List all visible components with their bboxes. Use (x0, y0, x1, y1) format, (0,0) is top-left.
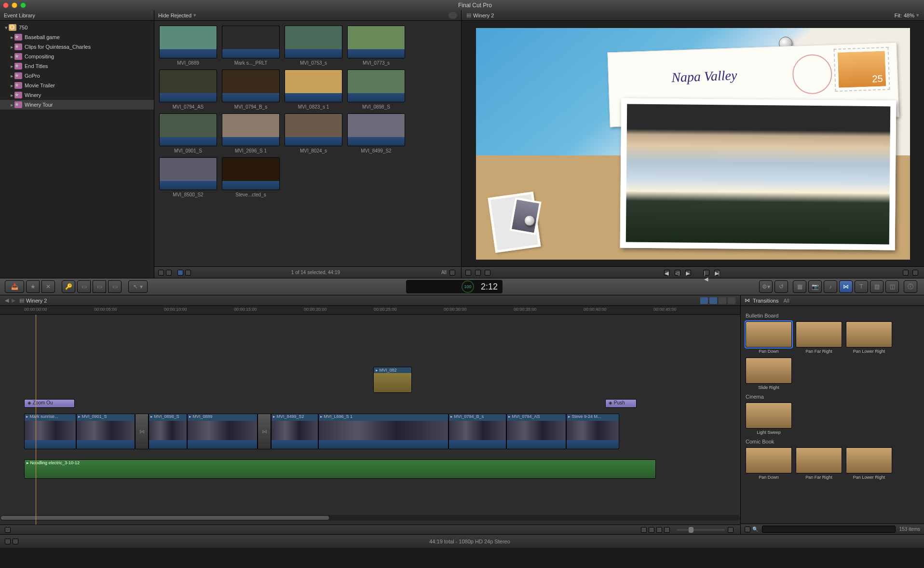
transition-thumbnail[interactable]: Pan Lower Right (846, 321, 892, 354)
enhance-button[interactable]: ↺ (775, 280, 788, 293)
all-toggle-label[interactable]: All (441, 270, 447, 275)
generators-browser-button[interactable]: ▧ (870, 280, 883, 293)
retime-menu-button[interactable]: ⚙︎▾ (759, 280, 773, 293)
snapping-controls[interactable] (700, 297, 735, 304)
transform-tool-button[interactable] (465, 270, 471, 276)
insert-clip-button[interactable]: ▭ (93, 280, 106, 293)
zoom-window-button[interactable] (20, 2, 26, 8)
effects-browser-button[interactable]: ▦ (793, 280, 806, 293)
zoom-slider[interactable] (677, 529, 725, 531)
keyword-button[interactable]: 🔑 (62, 280, 75, 293)
favorite-button[interactable]: ★ (26, 280, 40, 293)
list-view-button[interactable] (185, 270, 191, 276)
clip-thumbnail[interactable]: MVI_0823_s 1 (285, 69, 342, 110)
event-item[interactable]: ▸★Winery Tour (0, 100, 154, 110)
storyline-clip[interactable]: ▸ MVI_8499_S2 (271, 414, 318, 449)
clip-thumbnail[interactable]: MVI_0889 (159, 26, 217, 66)
transition-clip[interactable]: ⋈ (135, 414, 149, 449)
clip-appearance-button[interactable] (449, 270, 455, 276)
gear-icon[interactable] (166, 270, 172, 276)
play-button[interactable]: ▶ (685, 270, 691, 276)
transition-thumbnail[interactable]: Pan Down (746, 447, 792, 480)
close-window-button[interactable] (3, 2, 9, 8)
clip-thumbnail-grid[interactable]: MVI_0889Mark s..._PRLTMVI_0753_sMVI_0773… (154, 21, 461, 266)
share-button[interactable] (5, 539, 11, 544)
import-media-button[interactable]: 📥 (5, 280, 24, 293)
transition-thumbnail[interactable]: Pan Far Right (796, 321, 842, 354)
clip-thumbnail[interactable]: MVI_0901_S (159, 113, 217, 153)
reject-button[interactable]: ✕ (41, 280, 55, 293)
clip-thumbnail[interactable]: MVI_0794_B_s (222, 69, 280, 110)
background-tasks-dial[interactable]: 100 (462, 280, 474, 293)
playhead[interactable] (36, 315, 36, 525)
clip-thumbnail[interactable]: Steve...cted_s (222, 157, 280, 197)
storyline-clip[interactable]: ▸ MVI_0901_S (76, 414, 135, 449)
crop-tool-button[interactable] (475, 270, 481, 276)
titles-browser-button[interactable]: T (855, 280, 868, 293)
event-item[interactable]: ▸★GoPro (0, 71, 154, 81)
filter-mode-label[interactable]: Hide Rejected (158, 13, 191, 18)
clip-thumbnail[interactable]: MVI_8500_S2 (159, 157, 217, 197)
prev-frame-button[interactable]: |◀ (704, 270, 709, 276)
storyline-clip[interactable]: ▸ Mark sunrise... (24, 414, 76, 449)
title-clip[interactable]: ◈ Push (605, 399, 637, 408)
connect-clip-button[interactable]: ▭ (77, 280, 91, 293)
audio-skimming-toggle[interactable] (649, 527, 654, 533)
transitions-list[interactable]: Bulletin BoardPan DownPan Far RightPan L… (741, 306, 924, 524)
transition-thumbnail[interactable]: Pan Far Right (796, 447, 842, 480)
select-tool-button[interactable]: ↖︎ ▾ (128, 280, 148, 293)
photos-browser-button[interactable]: 📷 (808, 280, 822, 293)
clip-thumbnail[interactable]: MVI_0753_s (285, 26, 342, 66)
transition-thumbnail[interactable]: Slide Right (746, 358, 792, 390)
timecode-display[interactable]: 100 2:12 (406, 280, 503, 293)
library-root[interactable]: ▾📀750 (0, 23, 154, 32)
clip-appearance-button[interactable] (728, 527, 734, 533)
filter-dropdown-icon[interactable]: ▾ (193, 12, 196, 18)
transition-thumbnail[interactable]: Pan Down (746, 321, 792, 354)
timeline-index-button[interactable] (5, 527, 11, 533)
timeline-body[interactable]: ◈ Zoom Ou◈ Push▸ MVI_082▸ Mark sunrise..… (0, 315, 740, 525)
event-item[interactable]: ▸★Movie Trailer (0, 81, 154, 90)
viewer-frame[interactable]: Napa Valley (462, 21, 924, 266)
clip-thumbnail[interactable]: MVI_0898_S (347, 69, 405, 110)
clip-thumbnail[interactable]: Mark s..._PRLT (222, 26, 280, 66)
timeline-back-button[interactable]: ◀ (5, 297, 9, 304)
event-item[interactable]: ▸★Compositing (0, 52, 154, 61)
storyline-clip[interactable]: ▸ MVI_0794_B_s (448, 414, 506, 449)
timeline-ruler[interactable]: 00:00:00:0000:00:05:0000:00:10:0000:00:1… (0, 306, 740, 315)
inspector-toggle-button[interactable]: ⓘ (904, 280, 917, 293)
transition-clip[interactable]: ⋈ (258, 414, 271, 449)
append-clip-button[interactable]: ▭ (108, 280, 122, 293)
play-reverse-button[interactable]: ◁ (675, 270, 680, 276)
connected-clip[interactable]: ▸ MVI_082 (373, 367, 412, 393)
transition-thumbnail[interactable]: Light Sweep (746, 402, 792, 435)
storyline-clip[interactable]: ▸ MVI_0794_AS (506, 414, 566, 449)
event-item[interactable]: ▸★Clips for Quintessa_Charles (0, 42, 154, 52)
clip-thumbnail[interactable]: MVI_0773_s (347, 26, 405, 66)
storyline-clip[interactable]: ▸ MVI_L696_S 1 (318, 414, 448, 449)
import-button[interactable] (158, 270, 164, 276)
music-browser-button[interactable]: ♪ (824, 280, 837, 293)
storyline-clip[interactable]: ▸ Steve 9-24 M... (566, 414, 619, 449)
clip-thumbnail[interactable]: MVI_8024_s (285, 113, 342, 153)
audio-clip[interactable]: ▸ Noodling electric_3-10-12 (24, 459, 656, 479)
fit-value[interactable]: 48% (904, 13, 914, 18)
transitions-browser-button[interactable]: ⋈ (839, 280, 853, 293)
fullscreen-button[interactable] (903, 270, 909, 276)
skimming-toggle[interactable] (641, 527, 647, 533)
minimize-window-button[interactable] (12, 2, 17, 8)
background-tasks-button[interactable] (13, 539, 18, 544)
prev-clip-button[interactable]: ◀︎ (664, 270, 670, 276)
transition-thumbnail[interactable]: Pan Lower Right (846, 447, 892, 480)
distort-tool-button[interactable] (485, 270, 490, 276)
snapping-toggle[interactable] (664, 527, 670, 533)
transitions-view-button[interactable] (745, 526, 750, 532)
loop-button[interactable] (912, 270, 918, 276)
filmstrip-view-button[interactable] (177, 270, 183, 276)
timeline-scrollbar[interactable] (0, 515, 740, 521)
clip-thumbnail[interactable]: MVI_0794_AS (159, 69, 217, 110)
next-frame-button[interactable]: ▶| (714, 270, 720, 276)
event-item[interactable]: ▸★Baseball game (0, 32, 154, 42)
event-tree[interactable]: ▾📀750▸★Baseball game▸★Clips for Quintess… (0, 21, 154, 278)
event-item[interactable]: ▸★End Titles (0, 61, 154, 71)
